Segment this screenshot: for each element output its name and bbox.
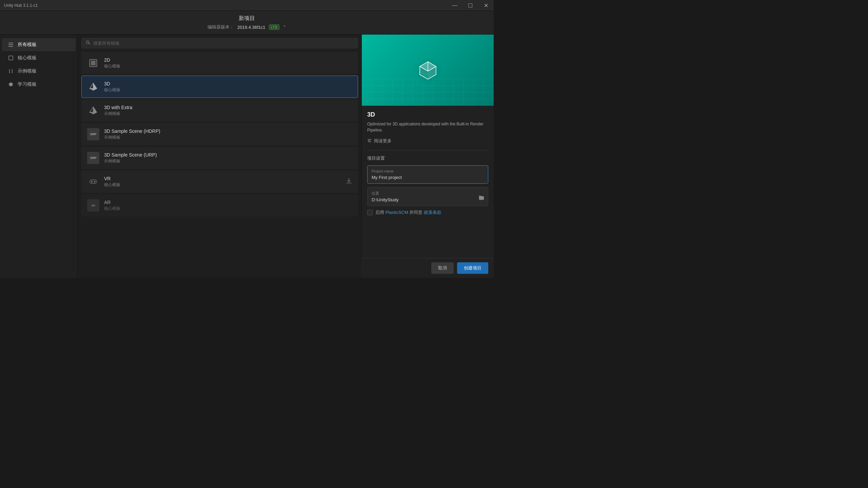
version-selector-icon[interactable]: ⌃ <box>283 25 286 29</box>
read-more-icon <box>367 138 372 144</box>
location-field[interactable]: 位置 D:\UnityStudy <box>367 187 488 206</box>
search-input[interactable] <box>93 41 354 46</box>
svg-rect-32 <box>368 140 371 141</box>
core-templates-icon <box>7 55 14 61</box>
template-type-ar: 核心模板 <box>104 206 120 211</box>
svg-rect-0 <box>8 43 13 43</box>
template-item-hdrp[interactable]: SRP 3D Sample Scene (HDRP) 示例模板 <box>81 123 358 145</box>
bottom-bar: 取消 创建项目 <box>361 258 494 278</box>
template-type-hdrp: 示例模板 <box>104 135 160 140</box>
template-item-3d[interactable]: 3D 核心模板 <box>81 76 358 98</box>
main-content: 所有模板 核心模板 示例模板 <box>0 35 494 278</box>
template-name-urp: 3D Sample Scene (URP) <box>104 152 157 158</box>
svg-marker-19 <box>93 107 97 114</box>
template-icon-vr <box>87 176 99 188</box>
template-type-2d: 核心模板 <box>104 63 120 69</box>
minimize-button[interactable]: — <box>447 0 462 11</box>
all-templates-icon <box>7 42 14 47</box>
plasticscm-link[interactable]: PlasticSCM <box>386 210 408 215</box>
svg-rect-1 <box>8 44 13 45</box>
create-project-button[interactable]: 创建项目 <box>457 262 488 274</box>
panel-body: 3D Optimized for 3D applications develop… <box>362 106 494 278</box>
plasticscm-row: 启用 PlasticSCM 并同意 政策条款 <box>367 209 488 216</box>
template-item-2d[interactable]: 2D 核心模板 <box>81 52 358 74</box>
template-icon-hdrp: SRP <box>87 128 99 140</box>
maximize-button[interactable]: ☐ <box>462 0 478 11</box>
template-name-vr: VR <box>104 176 120 181</box>
project-settings-title: 项目设置 <box>367 155 488 161</box>
editor-version-row: 编辑器版本： 2019.4.36f1c1 LTS ⌃ <box>0 24 494 30</box>
template-name-ar: AR <box>104 200 120 205</box>
sidebar-item-sample-label: 示例模板 <box>18 68 37 74</box>
section-divider <box>367 150 488 150</box>
sample-templates-icon <box>7 68 14 74</box>
template-list: 2D 核心模板 3D 核心模板 <box>78 35 361 278</box>
svg-point-22 <box>94 181 96 182</box>
dialog-title: 新项目 <box>0 15 494 22</box>
template-info-3d: 3D 核心模板 <box>104 81 120 93</box>
template-type-3d-extra: 示例模板 <box>104 111 132 117</box>
template-type-3d: 核心模板 <box>104 87 120 93</box>
sidebar-item-core[interactable]: 核心模板 <box>2 52 76 64</box>
svg-line-11 <box>89 43 90 45</box>
template-icon-3d-extra <box>87 104 99 117</box>
sidebar-item-all[interactable]: 所有模板 <box>2 38 76 51</box>
template-info-ar: AR 核心模板 <box>104 200 120 211</box>
svg-point-21 <box>91 181 93 182</box>
sidebar: 所有模板 核心模板 示例模板 <box>0 35 78 278</box>
template-item-vr[interactable]: VR 核心模板 <box>81 170 358 193</box>
svg-rect-2 <box>8 46 13 47</box>
sidebar-item-learn-label: 学习模板 <box>18 81 37 87</box>
learn-templates-icon <box>7 82 14 87</box>
template-item-urp[interactable]: SRP 3D Sample Scene (URP) 示例模板 <box>81 147 358 169</box>
template-info-hdrp: 3D Sample Scene (HDRP) 示例模板 <box>104 128 160 140</box>
svg-marker-16 <box>93 83 97 90</box>
svg-rect-33 <box>368 141 371 142</box>
lts-badge: LTS <box>269 24 279 30</box>
close-button[interactable]: ✕ <box>478 0 494 11</box>
svg-rect-20 <box>90 180 97 184</box>
project-name-input[interactable] <box>372 175 484 180</box>
sidebar-item-all-label: 所有模板 <box>18 42 37 48</box>
policy-link[interactable]: 政策条款 <box>424 210 441 215</box>
template-info-vr: VR 核心模板 <box>104 176 120 188</box>
template-type-urp: 示例模板 <box>104 158 157 164</box>
svg-point-6 <box>9 72 10 73</box>
window-controls: — ☐ ✕ <box>447 0 494 11</box>
template-name-hdrp: 3D Sample Scene (HDRP) <box>104 128 160 134</box>
right-panel: 3D Optimized for 3D applications develop… <box>361 35 494 278</box>
editor-label: 编辑器版本： <box>208 24 234 30</box>
template-info-urp: 3D Sample Scene (URP) 示例模板 <box>104 152 157 164</box>
svg-point-4 <box>9 69 10 70</box>
svg-point-5 <box>12 69 13 70</box>
template-icon-3d <box>87 81 99 93</box>
read-more-link[interactable]: 阅读更多 <box>367 138 488 144</box>
editor-version: 2019.4.36f1c1 <box>237 25 265 30</box>
template-name-2d: 2D <box>104 57 120 63</box>
svg-point-7 <box>12 72 13 73</box>
plasticscm-checkbox[interactable] <box>367 210 373 215</box>
location-value: D:\UnityStudy <box>372 197 484 202</box>
project-name-label: Project name <box>372 169 484 173</box>
template-item-3d-extra[interactable]: 3D with Extra 示例模板 <box>81 99 358 122</box>
preview-icon <box>416 58 440 83</box>
title-bar: Unity Hub 3.1.1-c1 — ☐ ✕ <box>0 0 494 11</box>
template-item-ar[interactable]: AR AR 核心模板 <box>81 194 358 217</box>
template-name-3d: 3D <box>104 81 120 86</box>
svg-point-8 <box>9 71 10 72</box>
template-name-3d-extra: 3D with Extra <box>104 105 132 110</box>
svg-rect-13 <box>91 61 96 65</box>
folder-icon[interactable] <box>478 195 485 202</box>
template-icon-2d <box>87 57 99 69</box>
search-bar <box>81 38 358 48</box>
app-title: Unity Hub 3.1.1-c1 <box>4 3 38 8</box>
template-type-vr: 核心模板 <box>104 182 120 188</box>
sidebar-item-learn[interactable]: 学习模板 <box>2 78 76 91</box>
svg-point-9 <box>12 71 13 72</box>
download-icon-vr[interactable] <box>346 178 352 186</box>
sidebar-item-sample[interactable]: 示例模板 <box>2 65 76 78</box>
cancel-button[interactable]: 取消 <box>431 262 454 274</box>
svg-rect-31 <box>368 139 372 139</box>
panel-description: Optimized for 3D applications developed … <box>367 121 488 133</box>
project-name-field[interactable]: Project name <box>367 165 488 184</box>
